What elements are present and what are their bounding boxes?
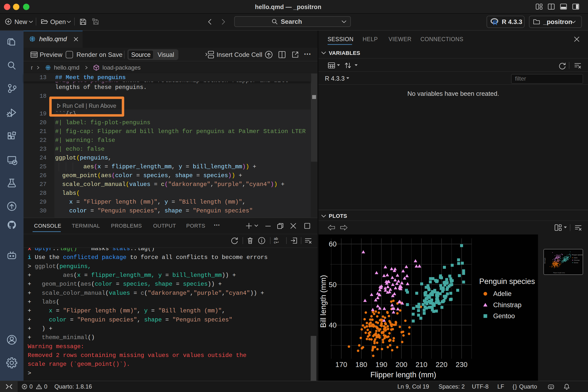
svg-text:220: 220 [436, 361, 447, 368]
svg-text:40: 40 [329, 321, 337, 329]
svg-text:Bill length: Bill length [544, 258, 546, 264]
svg-text:Adelie: Adelie [493, 290, 512, 298]
svg-text:180: 180 [356, 361, 367, 368]
svg-text:170: 170 [336, 361, 347, 368]
svg-text:210: 210 [416, 361, 427, 368]
svg-text:Adelie: Adelie [574, 257, 578, 258]
svg-text:Chinstrap: Chinstrap [574, 260, 580, 261]
svg-text:Flipper length (mm): Flipper length (mm) [370, 370, 436, 379]
svg-text:Penguin species: Penguin species [572, 254, 582, 256]
svg-text:Flipper length (mm): Flipper length (mm) [553, 272, 565, 274]
svg-text:60: 60 [329, 240, 337, 248]
svg-text:Bill length (mm): Bill length (mm) [319, 275, 328, 328]
svg-text:Gentoo: Gentoo [493, 312, 515, 320]
svg-text:200: 200 [396, 361, 407, 368]
svg-text:Chinstrap: Chinstrap [493, 301, 522, 309]
svg-text:R: R [493, 19, 497, 26]
svg-text:50: 50 [329, 281, 337, 288]
svg-text:230: 230 [456, 361, 468, 368]
svg-text:190: 190 [376, 361, 387, 368]
svg-text:Penguin species: Penguin species [479, 277, 535, 286]
svg-text:Gentoo: Gentoo [574, 262, 578, 264]
